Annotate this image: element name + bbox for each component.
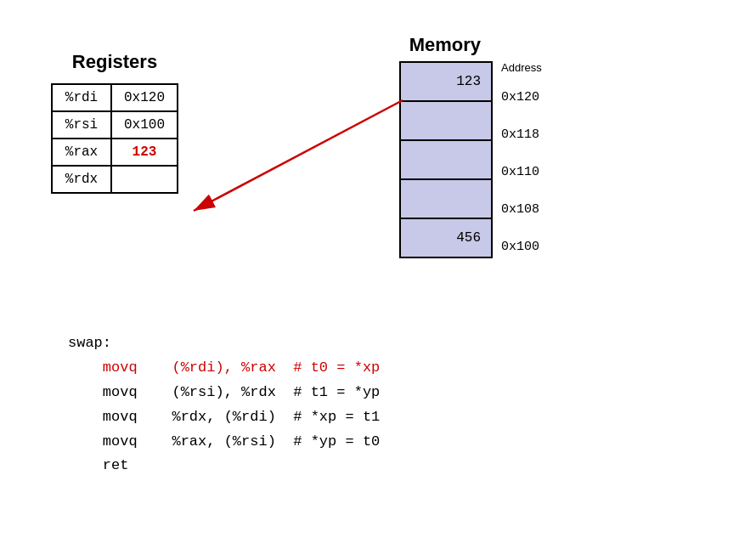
code-operands: %rdx, (%rdi)	[172, 409, 275, 425]
main-container: Registers %rdi0x120%rsi0x100%rax123%rdx …	[0, 0, 739, 560]
code-line: movq (%rsi), %rdx # t1 = *yp	[68, 381, 380, 405]
register-row: %rsi0x100	[52, 111, 178, 139]
register-row: %rax123	[52, 139, 178, 166]
memory-cell: 123	[399, 61, 493, 102]
memory-cell	[399, 100, 493, 141]
memory-cell	[399, 139, 493, 180]
code-instruction: movq	[68, 433, 138, 450]
address-label: 0x108	[501, 189, 542, 229]
code-line: ret	[68, 454, 380, 478]
address-label: 0x110	[501, 152, 542, 191]
code-comment: # *yp = t0	[293, 433, 380, 450]
code-line: movq (%rdi), %rax # t0 = *xp	[68, 356, 380, 381]
registers-table: %rdi0x120%rsi0x100%rax123%rdx	[51, 83, 178, 194]
register-value: 123	[111, 139, 178, 166]
registers-section: Registers %rdi0x120%rsi0x100%rax123%rdx	[51, 51, 178, 194]
address-label: 0x100	[501, 227, 542, 266]
code-comment: # *xp = t1	[293, 409, 380, 425]
code-indent: ret	[68, 457, 128, 473]
register-row: %rdi0x120	[52, 84, 178, 111]
code-label: swap:	[68, 331, 380, 356]
code-line: movq %rdx, (%rdi) # *xp = t1	[68, 405, 380, 430]
registers-title: Registers	[51, 51, 178, 73]
register-value: 0x120	[111, 84, 178, 111]
register-value: 0x100	[111, 111, 178, 139]
memory-section: Memory 123456 Address 0x1200x1180x1100x1…	[399, 34, 542, 264]
memory-to-rax-arrow	[194, 100, 403, 211]
memory-cell	[399, 178, 493, 219]
address-header: Address	[501, 61, 542, 74]
code-instruction: movq	[68, 359, 138, 376]
register-value	[111, 166, 178, 193]
address-label: 0x118	[501, 115, 542, 154]
memory-title: Memory	[348, 34, 542, 56]
register-row: %rdx	[52, 166, 178, 193]
code-operands: (%rdi), %rax	[172, 359, 275, 376]
register-name: %rdx	[52, 166, 111, 193]
code-comment: # t1 = *yp	[293, 384, 380, 400]
memory-cell: 456	[399, 218, 493, 258]
memory-cells: 123456	[399, 61, 493, 257]
code-instruction: movq	[68, 384, 138, 400]
code-section: swap: movq (%rdi), %rax # t0 = *xp movq …	[68, 331, 380, 478]
register-name: %rax	[52, 139, 111, 166]
code-comment: # t0 = *xp	[293, 359, 380, 376]
memory-addresses: Address 0x1200x1180x1100x1080x100	[501, 61, 542, 264]
code-operands: (%rsi), %rdx	[172, 384, 275, 400]
memory-cell-value: 456	[456, 230, 481, 246]
address-label: 0x120	[501, 77, 542, 116]
register-name: %rsi	[52, 111, 111, 139]
register-name: %rdi	[52, 84, 111, 111]
memory-cell-value: 123	[456, 74, 481, 89]
code-line: movq %rax, (%rsi) # *yp = t0	[68, 430, 380, 455]
code-instruction: movq	[68, 409, 138, 425]
memory-layout: 123456 Address 0x1200x1180x1100x1080x100	[399, 61, 542, 264]
code-operands: %rax, (%rsi)	[172, 433, 275, 450]
